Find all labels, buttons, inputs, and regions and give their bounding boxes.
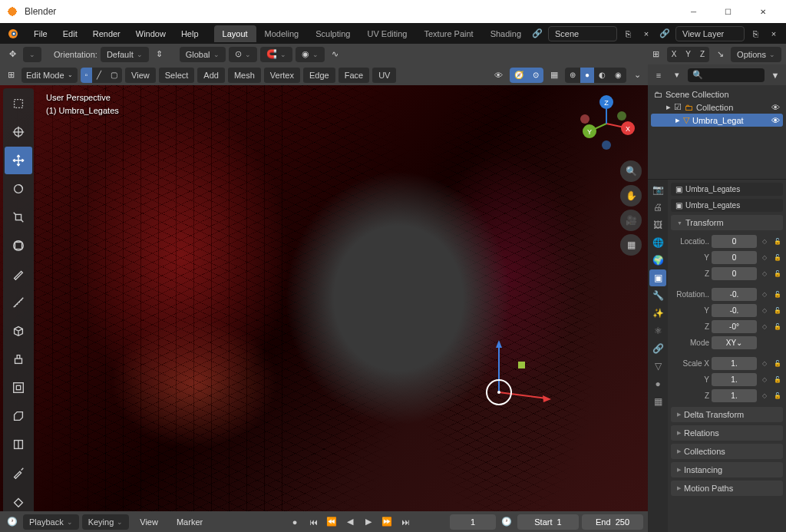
tab-render[interactable]: 📷 [649, 181, 666, 198]
editor-type-icon[interactable]: ⊞ [3, 68, 18, 83]
menu-help[interactable]: Help [173, 26, 206, 41]
timeline-editor-icon[interactable]: 🕐 [5, 514, 20, 530]
tool-cursor[interactable] [5, 118, 32, 146]
uv-menu[interactable]: UV [372, 68, 396, 83]
automerge-icon[interactable]: ↘ [712, 47, 728, 62]
select-menu[interactable]: Select [159, 68, 195, 83]
camera-icon[interactable]: 🎥 [620, 210, 642, 231]
tab-object[interactable]: ▣ [649, 269, 666, 286]
transform-header[interactable]: Transform [671, 215, 783, 230]
tool-extrude[interactable] [5, 345, 32, 373]
tab-world[interactable]: 🌍 [649, 252, 666, 269]
tab-uv[interactable]: UV Editing [358, 25, 415, 42]
axis-x[interactable]: X [667, 47, 682, 62]
collection-row[interactable]: ▸☑🗀Collection 👁 [651, 101, 783, 114]
tab-shading[interactable]: Shading [482, 25, 530, 42]
scale-y[interactable]: 1. [712, 373, 757, 386]
loc-y[interactable]: 0 [712, 251, 757, 264]
gizmo-toggle-icon[interactable]: 🧭 [510, 68, 528, 83]
mode-dropdown[interactable]: Edit Mode⌄ [21, 68, 78, 83]
blender-icon[interactable] [3, 24, 23, 44]
tab-texture[interactable]: Texture Paint [415, 25, 481, 42]
scene-del-icon[interactable]: × [639, 26, 654, 41]
timeline-view[interactable]: View [132, 514, 166, 530]
mesh-options-icon[interactable]: ⊞ [649, 47, 664, 62]
autokey-icon[interactable]: ● [287, 514, 302, 530]
section-instancing[interactable]: Instancing [671, 462, 783, 477]
orientation-dd[interactable]: Default [101, 47, 149, 62]
tool-scale[interactable] [5, 203, 32, 231]
view-menu[interactable]: View [125, 68, 156, 83]
rot-y[interactable]: -0. [712, 304, 757, 317]
layer-browse-icon[interactable]: 🔗 [657, 26, 672, 41]
play-reverse-icon[interactable]: ◀ [342, 514, 358, 530]
tab-texture[interactable]: ▦ [649, 393, 666, 410]
tool-loopcut[interactable] [5, 431, 32, 458]
shading-material-icon[interactable]: ◐ [594, 68, 610, 83]
rot-mode[interactable]: XY ⌄ [712, 336, 757, 349]
breadcrumb[interactable]: ▣ Umbra_Legates [671, 183, 783, 196]
tab-output[interactable]: 🖨 [649, 199, 666, 216]
playback-dd[interactable]: Playback [23, 514, 79, 530]
add-menu[interactable]: Add [197, 68, 225, 83]
nav-gizmo[interactable]: X Y Z [576, 93, 637, 154]
tool-tweak[interactable] [5, 90, 32, 117]
outliner-editor-icon[interactable]: ≡ [651, 68, 666, 83]
section-motion[interactable]: Motion Paths [671, 481, 783, 496]
end-frame[interactable]: End 250 [582, 514, 643, 530]
section-relations[interactable]: Relations [671, 425, 783, 441]
scale-x[interactable]: 1. [712, 357, 757, 370]
tab-viewlayer[interactable]: 🖼 [649, 216, 666, 233]
drag-icon[interactable]: ⇕ [152, 47, 167, 62]
options-dd[interactable]: Options [731, 47, 781, 62]
snap-dd[interactable]: 🧲 [260, 47, 292, 62]
minimize-button[interactable]: ─ [676, 0, 711, 23]
proportional-dd[interactable]: ◉ [296, 47, 325, 62]
tool-annotate[interactable] [5, 260, 32, 288]
loc-z[interactable]: 0 [712, 267, 757, 280]
menu-edit[interactable]: Edit [55, 26, 85, 41]
current-frame[interactable]: 1 [450, 514, 496, 530]
tab-scene[interactable]: 🌐 [649, 234, 666, 251]
rot-z[interactable]: -0° [712, 320, 757, 333]
shading-solid-icon[interactable]: ● [580, 68, 594, 83]
overlay-toggle-icon[interactable]: ⊙ [528, 68, 543, 83]
face-select-icon[interactable]: ▢ [106, 68, 122, 83]
start-frame[interactable]: Start 1 [517, 514, 579, 530]
zoom-icon[interactable]: 🔍 [620, 160, 642, 182]
tool-inset[interactable] [5, 374, 32, 401]
tab-modifiers[interactable]: 🔧 [649, 287, 666, 304]
layer-new-icon[interactable]: ⎘ [748, 26, 763, 41]
play-icon[interactable]: ▶ [361, 514, 376, 530]
keying-dd[interactable]: Keying [82, 514, 130, 530]
edge-menu[interactable]: Edge [303, 68, 335, 83]
axis-y[interactable]: Y [681, 47, 695, 62]
pivot-dd[interactable]: ⊙ [229, 47, 257, 62]
tab-material[interactable]: ● [649, 375, 666, 392]
vertex-menu[interactable]: Vertex [264, 68, 300, 83]
filter-icon[interactable]: ▼ [768, 68, 783, 83]
close-button[interactable]: ✕ [745, 0, 780, 23]
section-collections[interactable]: Collections [671, 444, 783, 459]
tool-transform[interactable] [5, 232, 32, 259]
loc-x[interactable]: 0 [712, 235, 757, 248]
3d-viewport[interactable]: User Perspective (1) Umbra_Legates [0, 85, 648, 511]
tool-dropdown[interactable] [23, 47, 41, 62]
jump-start-icon[interactable]: ⏮ [305, 514, 321, 530]
menu-window[interactable]: Window [128, 26, 173, 41]
outliner-display-icon[interactable]: ▾ [669, 68, 685, 83]
tool-add-cube[interactable] [5, 317, 32, 345]
pan-icon[interactable]: ✋ [620, 185, 642, 207]
scene-field[interactable]: Scene [548, 26, 617, 41]
object-name-field[interactable]: ▣ Umbra_Legates [671, 199, 783, 212]
transform-orientation-dd[interactable]: Global [180, 47, 226, 62]
tool-measure[interactable] [5, 289, 32, 316]
tool-move[interactable] [5, 147, 32, 174]
shading-rendered-icon[interactable]: ◉ [610, 68, 626, 83]
scene-collection-row[interactable]: 🗀Scene Collection [651, 88, 783, 101]
scale-z[interactable]: 1. [712, 389, 757, 402]
preview-range-icon[interactable]: 🕐 [499, 514, 514, 530]
rot-x[interactable]: -0. [712, 288, 757, 301]
layer-del-icon[interactable]: × [766, 26, 781, 41]
perspective-icon[interactable]: ▦ [620, 234, 642, 256]
